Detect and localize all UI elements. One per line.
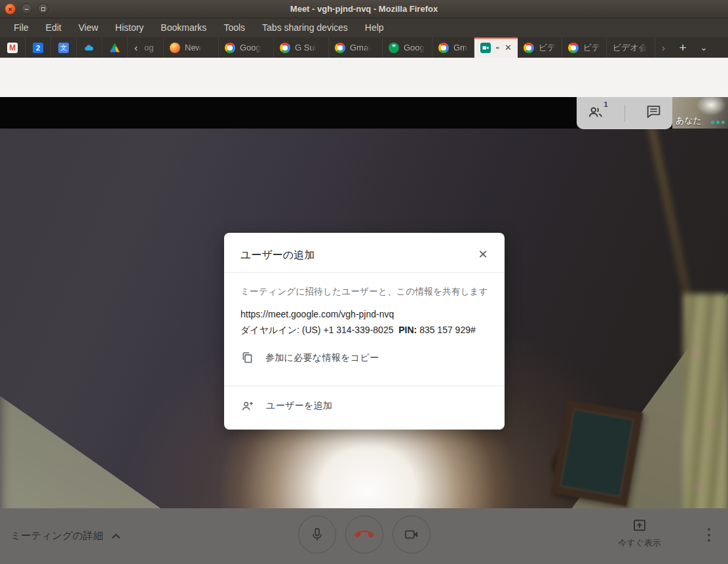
tab-video-3[interactable]: ビデオ会 [607,37,655,58]
window-maximize-button[interactable] [37,3,48,14]
tab-gmail-1[interactable]: Gmai [329,37,383,58]
firefox-icon [170,43,180,53]
chat-button[interactable] [645,104,662,123]
menu-history[interactable]: History [107,18,153,37]
microphone-button[interactable] [298,515,336,554]
firefox-window: × − Meet - vgh-pjnd-nvq - Mozilla Firefo… [0,0,728,564]
tab-meet-active[interactable]: ✕ [474,37,518,58]
tab-gsuite[interactable]: G Sui [274,37,329,58]
tab-partial[interactable]: og [144,37,164,58]
google-icon [280,43,290,53]
audio-level-dots-icon [711,121,725,124]
participants-count-badge: 1 [604,100,608,108]
hangouts-icon: ” [389,43,399,53]
panel-divider [624,105,625,122]
present-now-label: 今すぐ表示 [618,537,661,549]
menu-view[interactable]: View [70,18,107,37]
pinned-tab-translate[interactable]: 文 [51,37,77,58]
top-right-panel: 1 [577,97,672,129]
present-icon [632,517,647,533]
tab-video-2[interactable]: ビデ [562,37,607,58]
google-icon [438,43,449,53]
translate-icon: 文 [58,43,69,53]
navigation-toolbar: https://meet.g ••• ★ [0,58,728,97]
share-info-text: ミーティングに招待したユーザーと、この情報を共有します [240,286,488,298]
menu-file[interactable]: File [5,18,37,37]
add-users-button[interactable]: ユーザーを追加 [240,399,332,413]
menu-help[interactable]: Help [356,18,393,37]
tab-hangouts[interactable]: ” Goog [383,37,432,58]
google-icon [524,43,534,53]
copy-label: 参加に必要な情報をコピー [265,352,379,364]
bottom-control-bar: ミーティングの詳細 今すぐ表示 [0,508,728,564]
meet-page: 1 あなた ユーザーの追加 ✕ ミーティングに招待したユーザーと、この情報を共有… [0,97,728,564]
camera-button[interactable] [393,515,431,554]
google-icon [225,43,235,53]
window-close-button[interactable]: × [5,3,16,14]
pin-label: PIN: [398,325,417,335]
add-users-dialog: ユーザーの追加 ✕ ミーティングに招待したユーザーと、この情報を共有します ht… [224,233,505,430]
menu-bookmarks[interactable]: Bookmarks [152,18,215,37]
copy-icon [240,351,254,365]
gmail-icon: M [7,43,18,53]
chevron-up-icon [111,533,121,539]
tab-bar: M 2 文 ‹ og New Goog G Sui Gmai ” Goog [0,37,728,58]
pinned-tab-calendar[interactable]: 2 [26,37,51,58]
dialin-text: ダイヤルイン: (US) +1 314-339-8025 [240,325,393,335]
dialog-divider [224,386,505,386]
present-now-button[interactable]: 今すぐ表示 [615,517,664,549]
pinned-tab-drive[interactable] [102,37,128,58]
tab-google-1[interactable]: Goog [219,37,274,58]
menu-tabs-sharing-devices[interactable]: Tabs sharing devices [254,18,356,37]
menu-tools[interactable]: Tools [215,18,254,37]
tab-scroll-left-button[interactable]: ‹ [128,37,144,58]
dialog-close-icon[interactable]: ✕ [474,246,491,263]
tab-scroll-right-button[interactable]: › [655,37,672,58]
participants-button[interactable]: 1 [587,104,604,123]
meeting-link: https://meet.google.com/vgh-pjnd-nvq [240,309,394,319]
google-icon [568,43,579,53]
call-end-icon [354,525,374,544]
cloud-drive-icon [84,43,94,53]
meet-icon [480,43,491,53]
window-title: Meet - vgh-pjnd-nvq - Mozilla Firefox [290,4,438,14]
menu-bar: File Edit View History Bookmarks Tools T… [0,18,728,37]
tab-list-dropdown-button[interactable]: ⌄ [694,37,714,58]
tab-video-1[interactable]: ビデ [518,37,562,58]
tab-close-icon[interactable]: ✕ [505,43,512,52]
dialog-title: ユーザーの追加 [240,249,315,262]
google-icon [335,43,345,53]
tab-audio-icon[interactable] [495,43,500,52]
meeting-details-toggle[interactable]: ミーティングの詳細 [10,508,121,564]
microphone-icon [309,526,326,543]
new-tab-button[interactable]: + [672,37,694,58]
pin-value: 835 157 929# [419,325,476,335]
you-label: あなた [676,115,702,127]
menu-edit[interactable]: Edit [37,18,70,37]
calendar-icon: 2 [33,43,43,53]
tab-new[interactable]: New [164,37,219,58]
tab-gmail-2[interactable]: Gmai [432,37,474,58]
leave-call-button[interactable] [345,515,383,554]
dialog-divider [224,272,505,273]
copy-joining-info-button[interactable]: 参加に必要な情報をコピー [240,351,379,365]
window-titlebar: × − Meet - vgh-pjnd-nvq - Mozilla Firefo… [0,0,728,18]
video-picture-frame [550,399,643,506]
pinned-tab-onedrive[interactable] [77,37,102,58]
dialin-info: ダイヤルイン: (US) +1 314-339-8025 PIN: 835 15… [240,325,476,336]
person-add-icon [240,399,255,413]
meeting-details-label: ミーティングの詳細 [10,529,104,543]
window-minimize-button[interactable]: − [21,3,32,14]
pinned-tab-gmail[interactable]: M [0,37,26,58]
self-view-thumbnail[interactable]: あなた [672,97,728,129]
more-options-button[interactable] [705,525,713,544]
add-users-label: ユーザーを追加 [266,400,332,412]
videocam-icon [403,526,420,543]
google-drive-icon [110,43,120,52]
